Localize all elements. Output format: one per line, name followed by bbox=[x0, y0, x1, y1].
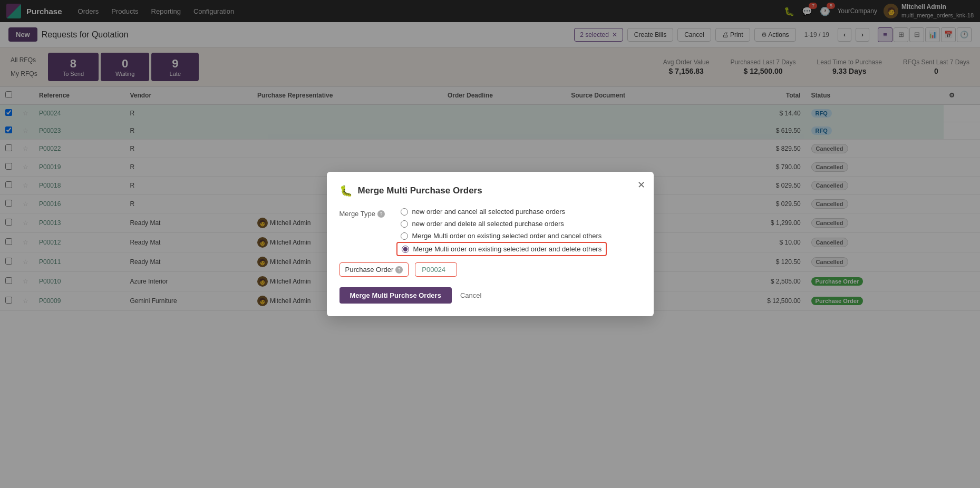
merge-radio-1[interactable] bbox=[401, 208, 408, 216]
merge-radio-2[interactable] bbox=[401, 220, 408, 228]
merge-option-4[interactable]: Merge Multi order on existing selected o… bbox=[396, 242, 607, 256]
merge-button[interactable]: Merge Multi Purchse Orders bbox=[339, 287, 452, 304]
merge-option-2[interactable]: new order and delete all selected purcha… bbox=[401, 220, 603, 228]
dialog-footer: Merge Multi Purchse Orders Cancel bbox=[339, 287, 641, 304]
dialog-bug-icon: 🐛 bbox=[339, 184, 353, 197]
po-value[interactable]: P00024 bbox=[415, 262, 457, 277]
dialog-overlay[interactable]: 🐛 Merge Multi Purchase Orders ✕ Merge Ty… bbox=[0, 0, 980, 488]
merge-option-2-label: new order and delete all selected purcha… bbox=[412, 220, 564, 228]
merge-dialog: 🐛 Merge Multi Purchase Orders ✕ Merge Ty… bbox=[327, 172, 654, 316]
merge-type-help[interactable]: ? bbox=[377, 210, 385, 218]
merge-option-3-label: Merge Multi order on existing selected o… bbox=[412, 232, 602, 240]
dialog-header: 🐛 Merge Multi Purchase Orders bbox=[339, 184, 641, 197]
purchase-order-row: Purchase Order ? P00024 bbox=[339, 262, 641, 277]
merge-option-1-label: new order and cancel all selected purcha… bbox=[412, 208, 566, 216]
po-label: Purchase Order ? bbox=[339, 262, 409, 277]
merge-option-3[interactable]: Merge Multi order on existing selected o… bbox=[401, 232, 603, 240]
dialog-body: Merge Type ? new order and cancel all se… bbox=[339, 208, 641, 304]
merge-radio-4[interactable] bbox=[402, 246, 409, 253]
merge-type-row: Merge Type ? new order and cancel all se… bbox=[339, 208, 641, 254]
merge-option-1[interactable]: new order and cancel all selected purcha… bbox=[401, 208, 603, 216]
dialog-title: Merge Multi Purchase Orders bbox=[358, 186, 482, 196]
po-help-icon[interactable]: ? bbox=[395, 266, 403, 274]
merge-type-label: Merge Type ? bbox=[339, 208, 392, 218]
merge-option-4-label: Merge Multi order on existing selected o… bbox=[413, 245, 602, 253]
cancel-dialog-button[interactable]: Cancel bbox=[458, 287, 483, 304]
merge-type-options: new order and cancel all selected purcha… bbox=[401, 208, 603, 254]
dialog-close-button[interactable]: ✕ bbox=[637, 180, 645, 190]
merge-radio-3[interactable] bbox=[401, 232, 408, 240]
